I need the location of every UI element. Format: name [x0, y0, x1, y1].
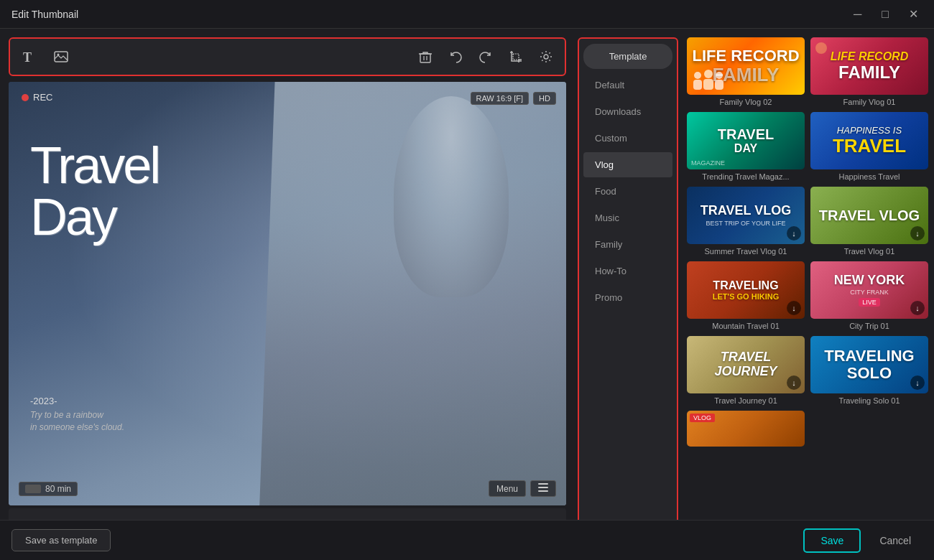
template-thumb-travel-vlog-01: Travel Vlog ↓ — [810, 187, 928, 244]
rec-badge: REC — [22, 92, 52, 103]
template-trending-travel[interactable]: Travel Day MAGAZINE Trending Travel Maga… — [687, 112, 805, 181]
svg-rect-8 — [538, 490, 548, 492]
save-button[interactable]: Save — [803, 528, 861, 553]
template-label-city-trip-01: City Trip 01 — [810, 322, 928, 330]
svg-point-11 — [704, 70, 713, 78]
template-label-summer-travel-vlog-01: Summer Travel Vlog 01 — [687, 247, 805, 256]
canvas-bottom-bar: 80 min Menu — [19, 480, 556, 497]
template-thumb-traveling-solo-01: Traveling Solo ↓ — [810, 336, 928, 393]
undo-button[interactable] — [445, 47, 466, 67]
crop-button[interactable] — [506, 47, 526, 67]
canvas-title-overlay: Travel Day — [30, 139, 159, 243]
template-label-family-vlog-01: Family Vlog 01 — [810, 98, 928, 106]
category-family[interactable]: Family — [583, 232, 672, 257]
templates-grid: Life Record Family Fami — [678, 29, 934, 560]
menu-button[interactable]: Menu — [489, 480, 526, 497]
main-content: T — [0, 29, 934, 560]
maximize-button[interactable]: □ — [877, 6, 893, 22]
svg-point-9 — [694, 72, 701, 79]
template-label-traveling-solo-01: Traveling Solo 01 — [810, 396, 928, 405]
title-bar: Edit Thumbnail ─ □ ✕ — [0, 0, 934, 29]
battery-icon — [25, 485, 41, 493]
category-vlog[interactable]: Vlog — [583, 152, 672, 177]
svg-rect-12 — [703, 79, 713, 90]
template-family-vlog-02[interactable]: Life Record Family Fami — [687, 37, 805, 106]
toolbar-tools: T — [19, 46, 405, 67]
toolbar-actions — [415, 47, 556, 67]
template-thumb-family-vlog-02: Life Record Family — [687, 37, 805, 95]
template-traveling-solo-01[interactable]: Traveling Solo ↓ Traveling Solo 01 — [810, 336, 928, 405]
window-title: Edit Thumbnail — [11, 9, 78, 20]
category-food[interactable]: Food — [583, 179, 672, 204]
time-badge: 80 min — [19, 482, 78, 496]
category-sidebar: Template Default Downloads Custom Vlog F… — [578, 37, 678, 551]
template-label-travel-journey-01: Travel Journey 01 — [687, 396, 805, 405]
template-travel-journey-01[interactable]: Travel Journey ↓ Travel Journey 01 — [687, 336, 805, 405]
svg-point-5 — [544, 55, 548, 59]
template-summer-travel-vlog-01[interactable]: TRAVEL VLOG BEST TRIP OF YOUR LIFE ↓ Sum… — [687, 187, 805, 256]
template-thumb-family-vlog-01: Life Record Family — [810, 37, 928, 95]
canvas-title-line1: Travel — [30, 139, 159, 191]
time-label: 80 min — [45, 484, 71, 494]
right-panel: Template Default Downloads Custom Vlog F… — [575, 29, 934, 560]
hd-badge: HD — [533, 92, 556, 105]
svg-rect-7 — [538, 487, 548, 488]
template-family-vlog-01[interactable]: Life Record Family Family Vlog 01 — [810, 37, 928, 106]
svg-point-2 — [57, 54, 60, 56]
editor-panel: T — [0, 29, 575, 560]
category-default[interactable]: Default — [583, 73, 672, 98]
category-promo[interactable]: Promo — [583, 285, 672, 310]
download-icon-travel-vlog: ↓ — [910, 226, 925, 241]
category-custom[interactable]: Custom — [583, 126, 672, 151]
canvas-title-line2: Day — [30, 191, 159, 243]
list-button[interactable] — [530, 480, 556, 497]
canvas-area: REC RAW 16:9 [F] HD Travel Day -2023- — [9, 82, 566, 505]
template-extra[interactable]: VLOG — [687, 411, 805, 447]
canvas-year: -2023- — [30, 396, 124, 406]
video-badges: RAW 16:9 [F] HD — [471, 92, 557, 105]
template-city-trip-01[interactable]: NEW YORK CITY FRANK LIVE ↓ City Trip 01 — [810, 261, 928, 330]
template-thumb-trending-travel: Travel Day MAGAZINE — [687, 112, 805, 169]
category-downloads[interactable]: Downloads — [583, 99, 672, 124]
svg-point-15 — [815, 42, 827, 54]
canvas-subtitle: -2023- Try to be a rainbow in someone el… — [30, 396, 124, 434]
canvas-quote-line2: in someone else's cloud. — [30, 421, 124, 434]
category-music[interactable]: Music — [583, 205, 672, 230]
download-icon-solo: ↓ — [910, 375, 925, 390]
template-label-trending-travel: Trending Travel Magaz... — [687, 172, 805, 181]
template-travel-vlog-01[interactable]: Travel Vlog ↓ Travel Vlog 01 — [810, 187, 928, 256]
template-happiness-travel[interactable]: Happiness is Travel Happiness Travel — [810, 112, 928, 181]
svg-rect-10 — [693, 80, 702, 90]
category-how-to[interactable]: How-To — [583, 258, 672, 284]
svg-rect-4 — [513, 54, 519, 60]
download-icon-summer: ↓ — [787, 226, 801, 241]
template-thumb-happiness-travel: Happiness is Travel — [810, 112, 928, 169]
download-icon-mountain: ↓ — [787, 301, 801, 315]
cancel-button[interactable]: Cancel — [868, 530, 923, 551]
svg-rect-6 — [538, 483, 548, 485]
image-tool-button[interactable] — [50, 46, 72, 67]
svg-text:T: T — [23, 50, 32, 65]
template-tab[interactable]: Template — [583, 44, 672, 69]
template-label-happiness-travel: Happiness Travel — [810, 172, 928, 181]
template-label-travel-vlog-01: Travel Vlog 01 — [810, 247, 928, 256]
rec-label: REC — [33, 92, 52, 103]
toolbar: T — [9, 37, 566, 76]
template-label-mountain-travel-01: Mountain Travel 01 — [687, 322, 805, 330]
svg-point-13 — [716, 72, 723, 79]
video-preview: REC RAW 16:9 [F] HD Travel Day -2023- — [9, 82, 566, 505]
raw-badge: RAW 16:9 [F] — [471, 92, 530, 105]
template-mountain-travel-01[interactable]: TRAVELING LET'S GO HIKING ↓ Mountain Tra… — [687, 261, 805, 330]
redo-button[interactable] — [476, 47, 496, 67]
window-controls: ─ □ ✕ — [849, 6, 923, 22]
close-button[interactable]: ✕ — [905, 6, 923, 22]
main-window: Edit Thumbnail ─ □ ✕ T — [0, 0, 934, 560]
rec-dot — [22, 94, 29, 101]
delete-button[interactable] — [415, 47, 435, 67]
minimize-button[interactable]: ─ — [849, 6, 866, 22]
template-thumb-travel-journey-01: Travel Journey ↓ — [687, 336, 805, 393]
text-tool-button[interactable]: T — [19, 46, 40, 67]
template-thumb-extra: VLOG — [687, 411, 805, 447]
settings-button[interactable] — [536, 47, 556, 67]
save-as-template-button[interactable]: Save as template — [11, 529, 111, 551]
